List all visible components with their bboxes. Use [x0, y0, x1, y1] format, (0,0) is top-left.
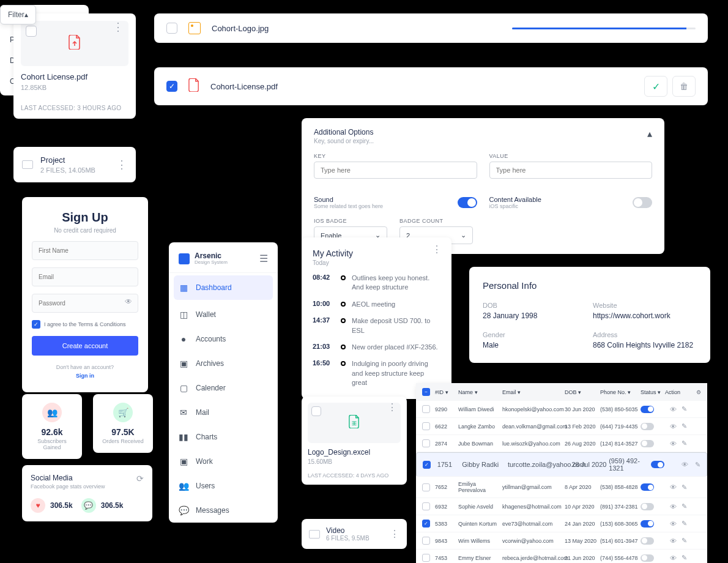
create-account-button[interactable]: Create account [32, 336, 138, 356]
view-icon[interactable]: 👁 [670, 554, 677, 562]
sidebar-item-archives[interactable]: ▣Archives [169, 351, 278, 376]
collapse-icon[interactable]: ▴ [647, 128, 652, 140]
password-input[interactable] [32, 294, 138, 313]
status-toggle[interactable] [641, 503, 654, 510]
view-icon[interactable]: 👁 [670, 423, 677, 430]
edit-icon[interactable]: ✎ [682, 422, 687, 430]
more-icon[interactable]: ⋮ [113, 24, 124, 30]
gear-icon[interactable]: ⚙ [696, 389, 701, 395]
status-toggle[interactable] [641, 537, 654, 545]
view-icon[interactable]: 👁 [670, 503, 677, 510]
status-toggle[interactable] [641, 440, 654, 447]
sidebar-item-messages[interactable]: 💬Messages [169, 498, 278, 523]
delete-button[interactable]: 🗑 [672, 76, 696, 97]
file-checkbox[interactable] [311, 406, 321, 416]
col-dob[interactable]: DOB ▾ [565, 389, 600, 395]
sidebar-item-users[interactable]: 👥Users [169, 474, 278, 498]
file-tile-excel[interactable]: ⋮ Logo_Design.excel 15.60MB LAST ACCESSE… [302, 397, 407, 485]
confirm-button[interactable]: ✓ [644, 76, 667, 97]
table-row[interactable]: 9290William Diwedihkonopelski@yahoo.com3… [416, 401, 707, 418]
status-toggle[interactable] [641, 483, 654, 491]
sound-toggle[interactable] [458, 197, 477, 208]
heart-icon: ♥ [31, 498, 45, 513]
more-icon[interactable]: ⋮ [116, 162, 127, 168]
file-thumbnail: ⋮ [308, 403, 401, 443]
refresh-icon[interactable]: ⟳ [136, 474, 144, 483]
signin-link[interactable]: Sign in [32, 373, 138, 379]
col-status[interactable]: Status ▾ [641, 389, 665, 395]
file-checkbox[interactable]: ✓ [166, 81, 177, 92]
row-checkbox[interactable] [422, 422, 430, 430]
table-row[interactable]: ✓1751Gibby Radkiturcotte.zoila@yahoo.com… [416, 452, 707, 477]
row-checkbox[interactable] [422, 502, 430, 510]
sidebar-item-dashboard[interactable]: ▦Dashboard [174, 275, 273, 300]
signup-subtitle: No credit card required [32, 227, 138, 234]
view-icon[interactable]: 👁 [670, 537, 677, 545]
status-toggle[interactable] [641, 423, 654, 430]
value-input[interactable] [489, 162, 653, 179]
filter-toggle[interactable]: Filter ▴ [0, 5, 36, 24]
view-icon[interactable]: 👁 [670, 440, 677, 447]
file-tile-pdf[interactable]: ⋮ Cohort License.pdf 12.85KB LAST ACCESS… [13, 13, 136, 119]
file-checkbox[interactable] [26, 26, 37, 37]
content-toggle[interactable] [633, 197, 652, 208]
row-checkbox[interactable]: ✓ [422, 520, 430, 528]
row-checkbox[interactable] [422, 439, 430, 447]
email-input[interactable] [32, 267, 138, 286]
field-label: KEY [314, 153, 477, 159]
table-row[interactable]: 2874Jube Bowmanlue.wisozk@yahoo.com26 Au… [416, 435, 707, 452]
folder-row-project[interactable]: Project 2 FILES, 14.05MB ⋮ [13, 147, 136, 182]
file-accessed: LAST ACCESSED: 4 DAYS AGO [308, 472, 401, 479]
row-checkbox[interactable] [422, 483, 430, 491]
table-row[interactable]: 7652Emiliya Perevalovaytillman@gmail.com… [416, 477, 707, 498]
sidebar-item-calendar[interactable]: ▢Calender [169, 376, 278, 400]
view-icon[interactable]: 👁 [670, 406, 677, 413]
terms-checkbox[interactable]: ✓ [32, 320, 40, 329]
row-checkbox[interactable]: ✓ [423, 461, 431, 469]
edit-icon[interactable]: ✎ [682, 502, 687, 510]
status-toggle[interactable] [641, 520, 654, 528]
edit-icon[interactable]: ✎ [682, 405, 687, 413]
firstname-input[interactable] [32, 241, 138, 260]
edit-icon[interactable]: ✎ [682, 439, 687, 447]
mail-icon: ✉ [179, 408, 188, 417]
view-icon[interactable]: 👁 [682, 461, 688, 468]
sidebar-item-charts[interactable]: ▮▮Charts [169, 425, 278, 449]
row-checkbox[interactable] [422, 405, 430, 413]
edit-icon[interactable]: ✎ [695, 461, 700, 469]
status-toggle[interactable] [651, 461, 664, 468]
sidebar-item-mail[interactable]: ✉Mail [169, 400, 278, 425]
sidebar-item-work[interactable]: ▣Work [169, 449, 278, 474]
view-icon[interactable]: 👁 [670, 520, 677, 528]
select-all-checkbox[interactable]: − [422, 388, 430, 396]
more-icon[interactable]: ⋮ [432, 247, 442, 252]
sidebar-item-wallet[interactable]: ◫Wallet [169, 302, 278, 327]
edit-icon[interactable]: ✎ [682, 537, 687, 545]
edit-icon[interactable]: ✎ [682, 483, 687, 491]
table-row[interactable]: 7453Emmy Elsnerrebeca.jerde@hotmail.com2… [416, 550, 707, 563]
key-input[interactable] [314, 162, 477, 179]
menu-icon[interactable]: ☰ [259, 253, 268, 264]
col-name[interactable]: Name ▾ [458, 389, 502, 395]
more-icon[interactable]: ⋮ [390, 532, 399, 537]
personal-info-card: Personal Info DOB28 January 1998Websiteh… [469, 267, 710, 363]
table-row[interactable]: 9843Wim Willemsvcorwin@yahoo.com13 May 2… [416, 532, 707, 550]
col-phone[interactable]: Phone No. ▾ [600, 389, 641, 395]
col-id[interactable]: #ID ▾ [435, 389, 458, 395]
table-row[interactable]: 6622Langke Zambodean.volkman@gmail.com13… [416, 418, 707, 435]
col-email[interactable]: Email ▾ [502, 389, 565, 395]
eye-icon[interactable]: 👁 [125, 297, 132, 305]
row-checkbox[interactable] [422, 537, 430, 545]
edit-icon[interactable]: ✎ [682, 554, 687, 562]
table-row[interactable]: 6932Sophie Asveldkhagenes@hotmail.com10 … [416, 498, 707, 515]
status-toggle[interactable] [641, 554, 654, 562]
more-icon[interactable]: ⋮ [387, 405, 397, 410]
view-icon[interactable]: 👁 [670, 483, 677, 491]
row-checkbox[interactable] [422, 554, 430, 562]
table-row[interactable]: ✓5383Quinten Kortumeve73@hotmail.com24 J… [416, 515, 707, 532]
sidebar-item-accounts[interactable]: ●Accounts [169, 327, 278, 351]
edit-icon[interactable]: ✎ [682, 520, 687, 528]
status-toggle[interactable] [641, 406, 654, 413]
folder-row-video[interactable]: Video 6 FILES, 9.5MB ⋮ [302, 519, 407, 549]
file-checkbox[interactable] [166, 23, 177, 34]
